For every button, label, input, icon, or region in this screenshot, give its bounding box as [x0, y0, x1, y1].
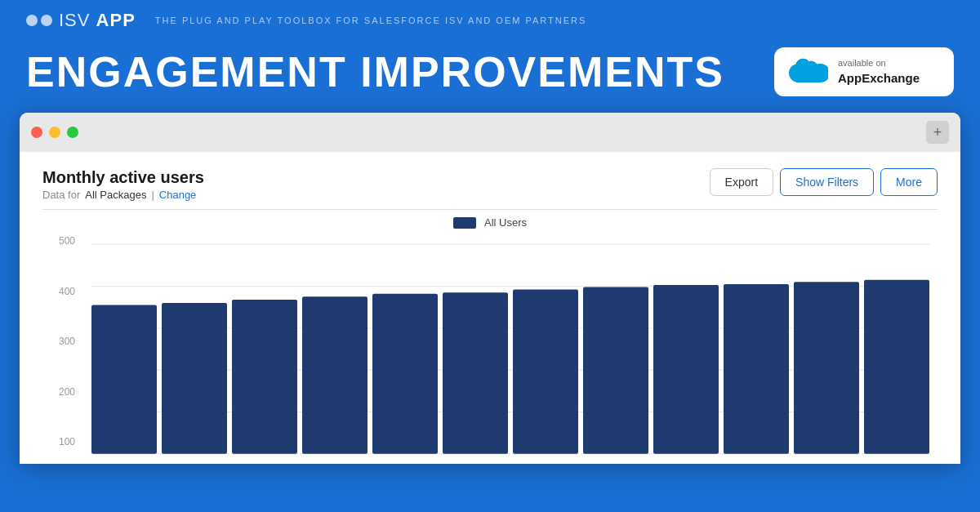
logo: ISV APP [26, 10, 136, 31]
close-button[interactable] [31, 127, 42, 138]
logo-circle-1 [26, 15, 38, 26]
package-name: All Packages [85, 189, 146, 201]
svg-rect-10 [372, 294, 438, 454]
svg-rect-7 [162, 303, 227, 454]
svg-rect-13 [583, 287, 648, 454]
svg-rect-17 [864, 280, 929, 454]
logo-app: APP [96, 10, 136, 30]
appexchange-badge: available on AppExchange [774, 47, 954, 96]
window-controls [31, 127, 78, 138]
chart-legend: All Users [42, 216, 938, 229]
legend-label: All Users [484, 216, 527, 229]
badge-text: available on AppExchange [838, 57, 920, 87]
svg-rect-9 [302, 297, 368, 454]
browser-window: + Monthly active users Data for All Pack… [20, 113, 960, 464]
chart-container: 500 400 300 200 100 [42, 235, 938, 464]
chart-title: Monthly active users [42, 168, 204, 187]
bar-chart-svg [83, 235, 938, 464]
minimize-button[interactable] [49, 127, 60, 138]
change-link[interactable]: Change [159, 189, 197, 201]
logo-circles [26, 15, 52, 26]
show-filters-button[interactable]: Show Filters [780, 168, 874, 196]
subtitle-prefix: Data for [42, 189, 80, 201]
svg-rect-14 [653, 285, 719, 454]
maximize-button[interactable] [67, 127, 78, 138]
chart-subtitle: Data for All Packages | Change [42, 189, 204, 201]
logo-isv: ISV [59, 10, 90, 30]
svg-rect-11 [443, 293, 508, 455]
y-label-400: 400 [42, 286, 80, 297]
new-tab-button[interactable]: + [926, 121, 949, 144]
legend-swatch [453, 217, 476, 229]
svg-rect-16 [794, 283, 859, 454]
salesforce-cloud-icon [789, 57, 828, 87]
logo-text: ISV APP [59, 10, 136, 31]
y-label-200: 200 [42, 386, 80, 398]
tagline: THE PLUG AND PLAY TOOLBOX FOR SALESFORCE… [155, 16, 587, 25]
content-area: Monthly active users Data for All Packag… [20, 152, 960, 464]
y-axis: 500 400 300 200 100 [42, 235, 80, 447]
y-label-500: 500 [42, 235, 80, 247]
browser-chrome: + [20, 113, 960, 152]
badge-line1: available on [838, 58, 886, 68]
y-label-300: 300 [42, 336, 80, 347]
export-button[interactable]: Export [710, 168, 773, 196]
divider [42, 209, 938, 210]
svg-rect-12 [513, 290, 578, 454]
chart-title-section: Monthly active users Data for All Packag… [42, 168, 204, 201]
svg-rect-15 [724, 284, 789, 454]
badge-line2: AppExchange [838, 69, 920, 87]
logo-circle-2 [41, 15, 52, 26]
chart-actions: Export Show Filters More [710, 168, 938, 196]
svg-rect-6 [91, 305, 157, 454]
hero-title: ENGAGEMENT IMPROVEMENTS [26, 47, 724, 96]
top-bar: ISV APP THE PLUG AND PLAY TOOLBOX FOR SA… [0, 0, 980, 41]
hero-section: ENGAGEMENT IMPROVEMENTS available on App… [0, 41, 980, 113]
svg-rect-8 [232, 300, 297, 454]
more-button[interactable]: More [880, 168, 938, 196]
chart-header: Monthly active users Data for All Packag… [42, 168, 938, 201]
y-label-100: 100 [42, 436, 80, 447]
